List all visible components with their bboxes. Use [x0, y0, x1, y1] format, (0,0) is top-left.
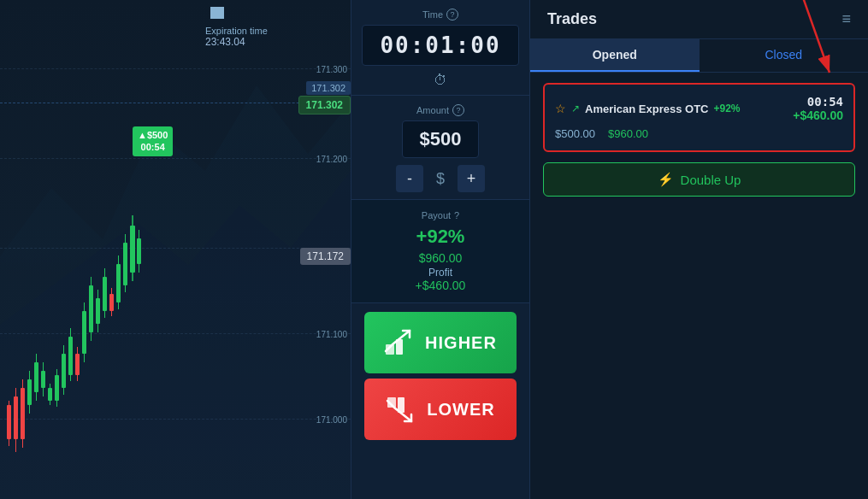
chart-flag [210, 7, 224, 19]
trades-header: Trades ≡ [530, 0, 868, 39]
expiration-box: Expiration time 23:43.04 [205, 26, 268, 48]
svg-rect-2 [7, 405, 11, 439]
svg-rect-17 [41, 371, 45, 388]
time-info-icon[interactable]: ? [446, 9, 458, 21]
payout-percent: +92% [416, 226, 465, 248]
trades-panel: Trades ≡ Opened Closed ☆ ↗ American Expr… [530, 0, 868, 499]
svg-rect-53 [123, 243, 127, 285]
higher-icon [384, 327, 415, 358]
svg-rect-5 [14, 396, 18, 439]
trade-asset-name: American Express OTC [585, 103, 709, 115]
amount-label-container: Amount ? [416, 104, 464, 116]
lower-icon [386, 394, 416, 425]
clock-icon: ⏱ [434, 73, 447, 88]
favorite-star-icon[interactable]: ☆ [555, 102, 566, 115]
trade-payout-amount: $960.00 [608, 127, 648, 140]
time-label-container: Time ? [422, 9, 458, 21]
svg-rect-22 [62, 354, 66, 388]
time-display[interactable]: 00:01:00 [362, 25, 518, 66]
svg-rect-23 [68, 337, 73, 375]
svg-rect-38 [89, 285, 93, 332]
tab-closed[interactable]: Closed [700, 39, 869, 72]
expiration-label: Expiration time [205, 26, 268, 36]
double-up-button[interactable]: ⚡ Double Up [543, 162, 855, 197]
active-trade-item: ☆ ↗ American Express OTC +92% 00:54 +$46… [543, 83, 855, 152]
amount-plus-button[interactable]: + [458, 165, 485, 192]
payout-label: Payout [422, 210, 451, 220]
lower-button[interactable]: LOWER [364, 379, 517, 440]
amount-label: Amount [416, 105, 449, 115]
payout-section: Payout ? +92% $960.00 Profit +$460.00 [351, 200, 529, 303]
trade-direction-icon: ↗ [571, 103, 580, 114]
trades-tabs: Opened Closed [530, 39, 868, 73]
svg-rect-8 [21, 388, 25, 439]
svg-rect-11 [27, 379, 32, 405]
svg-rect-32 [75, 354, 80, 375]
svg-rect-47 [109, 294, 114, 311]
time-section: Time ? 00:01:00 ⏱ [351, 0, 529, 96]
svg-rect-59 [137, 238, 141, 264]
time-label: Time [422, 9, 443, 20]
amount-section: Amount ? $500 - $ + [351, 96, 529, 200]
tab-opened[interactable]: Opened [530, 39, 700, 72]
svg-rect-44 [103, 277, 107, 311]
svg-rect-41 [96, 298, 100, 324]
amount-display: $500 [402, 120, 480, 158]
profit-label: Profit [428, 267, 452, 279]
higher-button[interactable]: HIGHER [364, 312, 517, 373]
higher-label: HIGHER [425, 333, 497, 353]
lower-label: LOWER [427, 400, 494, 420]
svg-rect-14 [34, 362, 38, 392]
trade-asset-info: ☆ ↗ American Express OTC +92% [555, 102, 741, 115]
trade-timer: 00:54 [793, 95, 843, 109]
svg-rect-20 [48, 388, 52, 401]
amount-minus-button[interactable]: - [396, 165, 423, 192]
trades-menu-icon[interactable]: ≡ [841, 10, 851, 28]
double-up-icon: ⚡ [658, 172, 674, 187]
trade-timer-group: 00:54 +$460.00 [793, 95, 843, 122]
trade-amount: $500.00 [555, 127, 595, 140]
payout-info-icon[interactable]: ? [454, 210, 459, 220]
svg-rect-56 [130, 226, 135, 273]
trading-panel: Time ? 00:01:00 ⏱ Amount ? $500 - $ + Pa… [351, 0, 530, 499]
payout-label-container: Payout ? [422, 210, 459, 220]
trade-item-header: ☆ ↗ American Express OTC +92% 00:54 +$46… [555, 95, 843, 122]
amount-controls: - $ + [396, 165, 485, 192]
svg-rect-35 [82, 311, 86, 354]
chart-area: Expiration time 23:43.04 171.302 171.302… [0, 0, 351, 499]
svg-rect-50 [116, 264, 121, 302]
double-up-label: Double Up [681, 173, 741, 187]
trades-title: Trades [547, 10, 597, 28]
amount-info-icon[interactable]: ? [452, 104, 464, 116]
trade-profit: +$460.00 [793, 109, 843, 122]
trade-payout-badge: +92% [714, 103, 741, 114]
profit-value: +$460.00 [416, 279, 466, 292]
svg-rect-21 [55, 375, 59, 401]
dollar-icon: $ [436, 170, 445, 188]
trade-amounts: $500.00 $960.00 [555, 127, 843, 140]
payout-amount: $960.00 [419, 251, 463, 265]
